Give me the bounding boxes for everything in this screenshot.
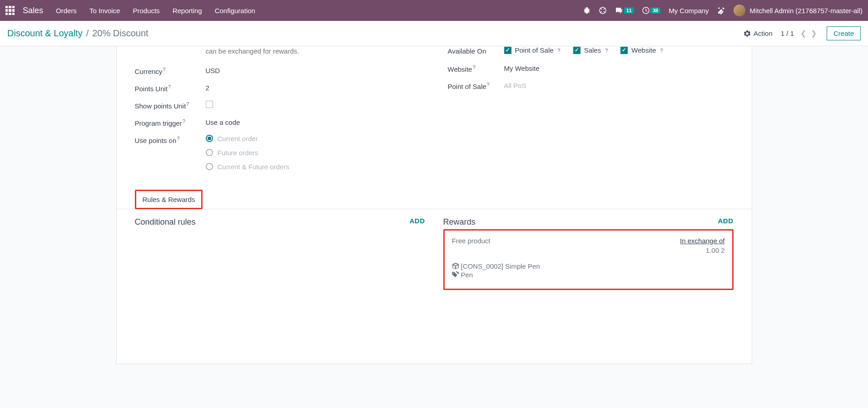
nav-reporting[interactable]: Reporting: [173, 7, 202, 15]
gear-icon: [744, 30, 751, 37]
pager-text: 1 / 1: [781, 29, 794, 37]
avatar[interactable]: [734, 5, 745, 16]
nav-to-invoice[interactable]: To Invoice: [89, 7, 120, 15]
actionbar-right: Action 1 / 1 ❮ ❯ Create: [744, 26, 861, 40]
breadcrumb-root[interactable]: Discount & Loyalty: [7, 28, 83, 39]
support-icon[interactable]: [599, 6, 607, 15]
tools-icon[interactable]: [717, 6, 725, 15]
apps-icon[interactable]: [5, 6, 15, 15]
nav-products[interactable]: Products: [133, 7, 159, 15]
activities-icon[interactable]: 38: [642, 7, 660, 14]
nav-orders[interactable]: Orders: [56, 7, 77, 15]
company-switcher[interactable]: My Company: [669, 7, 709, 15]
nav-configuration[interactable]: Configuration: [215, 7, 255, 15]
bug-icon[interactable]: [583, 7, 590, 14]
app-name[interactable]: Sales: [23, 6, 43, 15]
action-dropdown[interactable]: Action: [744, 29, 773, 37]
topbar-right: 11 38 My Company Mitchell Admin (2176875…: [583, 5, 863, 16]
pager-prev[interactable]: ❮: [799, 28, 808, 39]
user-menu[interactable]: Mitchell Admin (21768757-master-all): [750, 7, 863, 15]
breadcrumb: Discount & Loyalty / 20% Discount: [7, 28, 149, 39]
create-button[interactable]: Create: [827, 26, 861, 40]
pager: 1 / 1 ❮ ❯: [781, 28, 818, 39]
pager-next[interactable]: ❯: [809, 28, 818, 39]
action-label: Action: [754, 29, 773, 37]
activities-badge: 38: [650, 7, 660, 14]
messages-icon[interactable]: 11: [615, 6, 634, 15]
actionbar: Discount & Loyalty / 20% Discount Action…: [0, 21, 868, 46]
breadcrumb-current: 20% Discount: [92, 28, 148, 39]
nav-menu: Orders To Invoice Products Reporting Con…: [56, 7, 255, 15]
messages-badge: 11: [624, 7, 634, 14]
breadcrumb-sep: /: [86, 28, 89, 39]
topbar: Sales Orders To Invoice Products Reporti…: [0, 0, 868, 21]
